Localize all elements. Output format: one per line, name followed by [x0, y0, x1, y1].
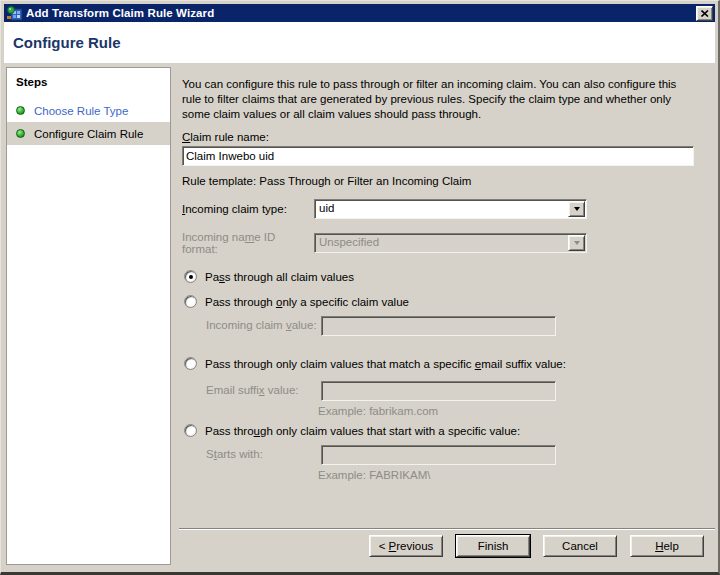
chevron-down-icon	[574, 207, 580, 211]
help-button[interactable]: Help	[630, 535, 704, 557]
close-button[interactable]	[696, 6, 713, 21]
page-title: Configure Rule	[13, 34, 121, 51]
claim-rule-wizard-icon	[7, 6, 22, 21]
chevron-down-icon	[574, 241, 580, 245]
sidebar-item-choose-rule-type: Choose Rule Type	[7, 99, 170, 122]
steps-heading: Steps	[7, 68, 170, 88]
wizard-body: Steps Choose Rule Type Configure Claim R…	[4, 63, 715, 569]
starts-with-label: Starts with:	[206, 448, 318, 460]
wizard-dialog: Add Transform Claim Rule Wizard Configur…	[0, 0, 720, 575]
steps-sidebar: Steps Choose Rule Type Configure Claim R…	[6, 67, 171, 565]
starts-with-example-text: Example: FABRIKAM\	[318, 469, 715, 481]
incoming-name-id-format-select: Unspecified	[314, 233, 587, 253]
radio-pass-through-specific-value[interactable]: Pass through only a specific claim value	[184, 295, 715, 308]
wizard-page-header: Configure Rule	[4, 22, 715, 63]
selected-claim-type: uid	[315, 200, 567, 218]
incoming-claim-type-label: Incoming claim type:	[182, 203, 314, 215]
page-description: You can configure this rule to pass thro…	[182, 77, 697, 122]
incoming-claim-value-row: Incoming claim value:	[206, 313, 715, 336]
radio-pass-through-all[interactable]: Pass through all claim values	[184, 270, 715, 283]
starts-with-input	[321, 445, 556, 465]
email-suffix-value-input	[321, 381, 556, 401]
incoming-name-id-format-label: Incoming name ID format:	[182, 231, 314, 255]
claim-rule-name-input[interactable]	[182, 146, 694, 166]
incoming-claim-value-input	[321, 316, 556, 336]
radio-button-icon[interactable]	[184, 424, 197, 437]
previous-button[interactable]: < Previous	[369, 535, 443, 557]
radio-label: Pass through only claim values that star…	[205, 425, 520, 437]
step-label: Configure Claim Rule	[34, 128, 143, 140]
dropdown-arrow-button[interactable]	[568, 201, 585, 217]
email-suffix-example-text: Example: fabrikam.com	[318, 405, 715, 417]
step-label: Choose Rule Type	[34, 105, 128, 117]
radio-starts-with[interactable]: Pass through only claim values that star…	[184, 424, 715, 437]
dropdown-arrow-button	[568, 235, 585, 251]
configure-rule-form: You can configure this rule to pass thro…	[179, 63, 715, 569]
radio-label: Pass through only claim values that matc…	[205, 358, 566, 370]
incoming-claim-type-select[interactable]: uid	[314, 199, 587, 219]
radio-match-email-suffix[interactable]: Pass through only claim values that matc…	[184, 357, 715, 370]
radio-button-icon[interactable]	[184, 295, 197, 308]
rule-template-text: Rule template: Pass Through or Filter an…	[182, 175, 715, 187]
email-suffix-value-row: Email suffix value:	[206, 378, 715, 401]
radio-label: Pass through all claim values	[205, 271, 354, 283]
green-step-bullet-icon	[16, 106, 25, 115]
claim-rule-name-label: Claim rule name:	[182, 131, 715, 143]
sidebar-item-configure-claim-rule: Configure Claim Rule	[7, 122, 170, 145]
incoming-name-id-format-row: Incoming name ID format: Unspecified	[182, 231, 715, 255]
starts-with-row: Starts with:	[206, 442, 715, 465]
title-bar[interactable]: Add Transform Claim Rule Wizard	[4, 4, 715, 22]
close-x-icon	[701, 10, 709, 17]
radio-label: Pass through only a specific claim value	[205, 296, 409, 308]
cancel-button[interactable]: Cancel	[543, 535, 617, 557]
wizard-buttons: < Previous Finish Cancel Help	[369, 535, 704, 557]
green-step-bullet-icon	[16, 129, 25, 138]
footer-divider	[179, 528, 715, 530]
incoming-claim-type-row: Incoming claim type: uid	[182, 199, 715, 219]
finish-button[interactable]: Finish	[456, 535, 530, 557]
radio-button-icon[interactable]	[184, 357, 197, 370]
window-title: Add Transform Claim Rule Wizard	[26, 7, 696, 19]
radio-button-icon[interactable]	[184, 270, 197, 283]
incoming-claim-value-label: Incoming claim value:	[206, 319, 318, 331]
steps-list: Choose Rule Type Configure Claim Rule	[7, 99, 170, 145]
selected-name-id-format: Unspecified	[315, 234, 567, 252]
email-suffix-value-label: Email suffix value:	[206, 384, 318, 396]
